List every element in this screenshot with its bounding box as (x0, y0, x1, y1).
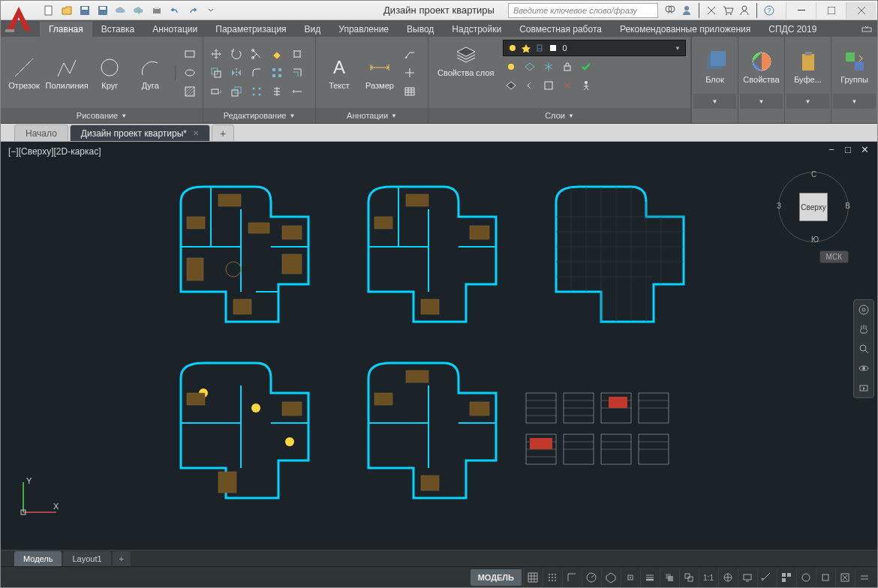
layer-makecurrent-icon[interactable] (578, 58, 594, 75)
circle-button[interactable]: Круг (91, 52, 128, 93)
explode-icon[interactable] (289, 46, 305, 62)
drawing-canvas[interactable]: [−][Сверху][2D-каркас] − □ ✕ (1, 142, 877, 550)
groups-button[interactable]: Группы (833, 40, 876, 94)
line-button[interactable]: Отрезок (5, 52, 43, 93)
save-icon[interactable] (76, 2, 94, 19)
table-icon[interactable] (401, 83, 418, 100)
hardware-accel-icon[interactable] (796, 568, 814, 586)
copy-icon[interactable] (208, 64, 224, 81)
selection-cycling-icon[interactable] (679, 568, 697, 586)
layer-match-icon[interactable] (503, 77, 519, 94)
properties-button[interactable]: Свойства (740, 40, 783, 94)
pan-icon[interactable] (854, 320, 873, 339)
ribbon-minimize-icon[interactable] (856, 22, 877, 37)
layer-off-icon[interactable] (503, 58, 519, 75)
showmotion-icon[interactable] (854, 378, 873, 398)
close-button[interactable] (846, 2, 876, 19)
viewport-minimize-icon[interactable]: − (826, 144, 837, 154)
properties-panel-expand[interactable]: ▼ (740, 94, 783, 109)
align-icon[interactable] (269, 83, 285, 100)
open-icon[interactable] (58, 2, 76, 19)
layer-walk-icon[interactable] (578, 77, 594, 94)
clean-screen-icon[interactable] (835, 568, 853, 586)
viewport-label[interactable]: [−][Сверху][2D-каркас] (8, 146, 101, 157)
array-icon[interactable] (269, 64, 285, 81)
mirror-icon[interactable] (228, 64, 245, 81)
add-layout-button[interactable]: + (113, 551, 131, 566)
transparency-icon[interactable] (660, 568, 678, 586)
grid-icon[interactable] (523, 568, 541, 586)
text-button[interactable]: A Текст (320, 52, 358, 93)
app-logo[interactable] (2, 2, 35, 35)
centermark-icon[interactable] (401, 64, 418, 81)
cloud-open-icon[interactable] (112, 2, 130, 19)
layers-panel-footer[interactable]: Слои ▼ (428, 108, 690, 123)
exchange-icon[interactable] (704, 3, 719, 18)
close-tab-icon[interactable]: ✕ (193, 129, 199, 137)
erase-icon[interactable] (269, 46, 285, 62)
tab-home[interactable]: Главная (40, 22, 92, 37)
layer-isolate-icon[interactable] (522, 58, 538, 75)
search-icon[interactable] (663, 3, 678, 18)
orbit-icon[interactable] (854, 358, 873, 378)
minimize-button[interactable] (786, 2, 816, 19)
tab-featured[interactable]: Рекомендованные приложения (611, 22, 759, 37)
modelspace-toggle[interactable]: МОДЕЛЬ (471, 569, 522, 586)
search-input[interactable]: Введите ключевое слово/фразу (508, 3, 658, 18)
stayconnected-icon[interactable] (737, 3, 752, 18)
rotate-icon[interactable] (228, 46, 245, 62)
viewcube-top[interactable]: Сверху (799, 193, 828, 221)
layer-delete-icon[interactable] (559, 77, 576, 94)
layer-state-icon[interactable] (540, 77, 557, 94)
tab-annotate[interactable]: Аннотации (143, 22, 206, 37)
tab-collaborate[interactable]: Совместная работа (510, 22, 611, 37)
arc-button[interactable]: Дуга (131, 52, 169, 93)
hatch-icon[interactable] (182, 83, 198, 100)
isolate-objects-icon[interactable] (816, 568, 834, 586)
polyline-button[interactable]: Полилиния (46, 52, 88, 93)
tab-manage[interactable]: Управление (329, 22, 398, 37)
new-tab-button[interactable]: + (212, 124, 234, 141)
tab-insert[interactable]: Вставка (92, 22, 144, 37)
viewcube[interactable]: Сверху С Ю В З (778, 172, 849, 242)
tab-view[interactable]: Вид (296, 22, 330, 37)
draw-panel-footer[interactable]: Рисование ▼ (1, 108, 203, 123)
layout1-tab[interactable]: Layout1 (63, 551, 110, 566)
clipboard-button[interactable]: Буфе... (786, 40, 829, 94)
new-icon[interactable] (40, 2, 58, 19)
isodraft-icon[interactable] (601, 568, 619, 586)
layer-freeze-icon[interactable] (540, 58, 557, 75)
undo-icon[interactable] (166, 2, 184, 19)
redo-icon[interactable] (184, 2, 202, 19)
stretch-icon[interactable] (208, 83, 224, 100)
ellipse-icon[interactable] (182, 64, 198, 81)
tab-addins[interactable]: Надстройки (443, 22, 510, 37)
lwdisplay-icon[interactable] (640, 568, 658, 586)
document-tab[interactable]: Дизайн проект квартиры* ✕ (70, 124, 210, 141)
annotation-monitor-icon[interactable] (738, 568, 756, 586)
groups-panel-expand[interactable]: ▼ (833, 94, 876, 109)
offset-icon[interactable] (289, 64, 305, 81)
layer-lock-icon[interactable] (559, 58, 576, 75)
plot-icon[interactable] (148, 2, 166, 19)
help-icon[interactable]: ? (762, 3, 777, 18)
block-button[interactable]: Блок (693, 40, 736, 94)
tab-spds[interactable]: СПДС 2019 (759, 22, 825, 37)
steering-wheel-icon[interactable] (854, 300, 873, 320)
zoom-extents-icon[interactable] (854, 339, 873, 358)
cloud-save-icon[interactable] (130, 2, 148, 19)
modify-panel-footer[interactable]: Редактирование ▼ (203, 108, 315, 123)
viewport-close-icon[interactable]: ✕ (859, 144, 870, 154)
layer-properties-button[interactable]: Свойства слоя (433, 40, 498, 80)
units-icon[interactable] (757, 568, 775, 586)
annotation-panel-footer[interactable]: Аннотации ▼ (316, 108, 428, 123)
signin-icon[interactable] (679, 3, 694, 18)
layer-previous-icon[interactable] (522, 77, 538, 94)
qat-chevron-down-icon[interactable] (202, 2, 220, 19)
viewport-restore-icon[interactable]: □ (843, 144, 853, 154)
arrayrect-icon[interactable] (248, 83, 265, 100)
polar-icon[interactable] (582, 568, 600, 586)
start-tab[interactable]: Начало (14, 124, 68, 141)
tab-parametric[interactable]: Параметризация (206, 22, 295, 37)
trim-icon[interactable] (248, 46, 265, 62)
